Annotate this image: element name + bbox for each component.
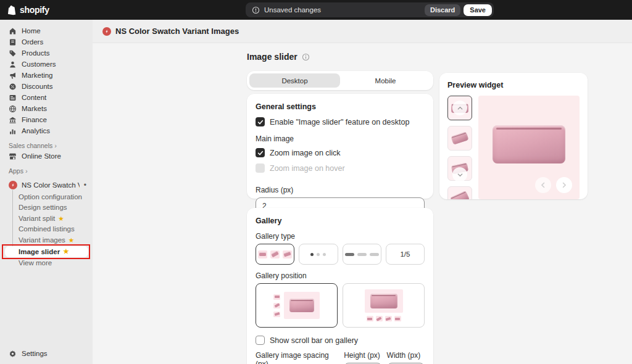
- save-button[interactable]: Save: [464, 4, 492, 16]
- sidebar-item-option-configuration[interactable]: Option configuration: [0, 191, 93, 202]
- gallery-size-fields: Gallery image spacing (px) Height (px) W…: [256, 351, 425, 364]
- unsaved-changes-bar: Unsaved changes Discard Save: [246, 2, 494, 17]
- sidebar-item-content[interactable]: Content: [0, 92, 93, 103]
- gallery-type-option-thumbnails[interactable]: [256, 244, 294, 265]
- gallery-position-label: Gallery position: [256, 271, 425, 280]
- topbar: shopify Unsaved changes Discard Save: [0, 0, 632, 20]
- preview-main-image: [478, 96, 580, 199]
- storefront-icon: [9, 152, 17, 160]
- preview-thumbnail-2[interactable]: [447, 126, 472, 151]
- discounts-icon: [9, 83, 17, 91]
- preview-next-button[interactable]: [556, 177, 572, 193]
- app-title: NS Color Swatch Variant Images: [115, 27, 239, 36]
- products-icon: [9, 49, 17, 57]
- chevron-left-icon: [539, 181, 547, 189]
- content-icon: [9, 94, 17, 102]
- gallery-heading: Gallery: [256, 217, 425, 225]
- sidebar-item-analytics[interactable]: Analytics: [0, 125, 93, 136]
- checkbox-unchecked-icon[interactable]: [256, 336, 265, 345]
- orders-icon: [9, 38, 17, 46]
- height-label: Height (px): [344, 351, 381, 360]
- unsaved-changes-label: Unsaved changes: [264, 6, 425, 14]
- finance-icon: [9, 116, 17, 124]
- sidebar-item-settings[interactable]: Settings: [0, 347, 48, 360]
- gallery-position-option-bottom[interactable]: [343, 283, 425, 328]
- gallery-type-option-dashes[interactable]: [343, 244, 381, 265]
- app-header: NS Color Swatch Variant Images: [93, 20, 632, 43]
- main-image-label: Main image: [256, 134, 425, 143]
- sidebar-item-finance[interactable]: Finance: [0, 114, 93, 125]
- chevron-up-icon: [457, 105, 464, 112]
- sidebar-item-design-settings[interactable]: Design settings: [0, 202, 93, 213]
- gallery-card: Gallery Gallery type 1/5 Gallery po: [247, 208, 433, 364]
- thumbnails-scroll-down-button[interactable]: [452, 167, 467, 182]
- marketing-icon: [9, 72, 17, 80]
- alert-icon: [252, 6, 260, 14]
- thumbnails-scroll-up-button[interactable]: [452, 101, 467, 115]
- sidebar-item-variant-images[interactable]: Variant images★: [0, 234, 93, 246]
- page-title: Image slider: [247, 52, 310, 62]
- sidebar-item-online-store[interactable]: Online Store: [0, 151, 93, 162]
- discard-button[interactable]: Discard: [425, 4, 460, 16]
- checkbox-checked-icon[interactable]: [256, 117, 265, 126]
- radius-label: Radius (px): [256, 186, 425, 194]
- tab-mobile[interactable]: Mobile: [340, 73, 431, 88]
- shopify-bag-icon: [7, 5, 17, 15]
- preview-thumbnail-4[interactable]: [447, 186, 472, 199]
- chevron-right-icon: ›: [54, 142, 57, 149]
- gallery-position-options: [256, 283, 425, 328]
- shopify-logo[interactable]: shopify: [7, 0, 49, 20]
- star-icon: ★: [69, 237, 74, 244]
- enable-slider-checkbox-row[interactable]: Enable "Image slider" feature on desktop: [256, 117, 425, 126]
- sidebar-item-view-more[interactable]: View more: [0, 258, 93, 269]
- gear-icon: [9, 350, 17, 358]
- sidebar-item-customers[interactable]: Customers: [0, 59, 93, 70]
- width-label: Width (px): [387, 351, 425, 360]
- ns-app-icon: [102, 27, 111, 36]
- chevron-down-icon: [457, 172, 464, 178]
- sidebar-item-ns-color-swatch-app[interactable]: NS Color Swatch Vari... •: [0, 179, 93, 191]
- analytics-icon: [9, 127, 17, 135]
- preview-thumbnails: [447, 96, 472, 199]
- product-pouch-image: [493, 125, 565, 163]
- show-scrollbar-checkbox-row[interactable]: Show scroll bar on gallery: [256, 336, 425, 345]
- gallery-type-option-fraction[interactable]: 1/5: [386, 244, 425, 265]
- sidebar: Home Orders Products Customers Marketing…: [0, 20, 93, 364]
- star-icon: ★: [58, 215, 64, 222]
- app-options-dot-icon[interactable]: •: [84, 181, 86, 189]
- gallery-type-label: Gallery type: [256, 232, 425, 241]
- gallery-type-option-dots[interactable]: [299, 244, 338, 265]
- sidebar-item-variant-split[interactable]: Variant split★: [0, 213, 93, 224]
- checkbox-checked-icon[interactable]: [256, 148, 265, 157]
- sidebar-item-home[interactable]: Home: [0, 25, 93, 36]
- sales-channels-section[interactable]: Sales channels›: [0, 141, 93, 151]
- sidebar-item-markets[interactable]: Markets: [0, 103, 93, 114]
- general-settings-card: General settings Enable "Image slider" f…: [247, 94, 433, 199]
- sidebar-item-marketing[interactable]: Marketing: [0, 70, 93, 81]
- chevron-right-icon: [560, 181, 568, 189]
- general-settings-heading: General settings: [256, 102, 425, 111]
- preview-widget-heading: Preview widget: [447, 81, 580, 89]
- apps-section[interactable]: Apps›: [0, 166, 93, 176]
- star-icon: ★: [63, 248, 69, 255]
- ns-app-icon: [9, 181, 17, 189]
- sidebar-item-orders[interactable]: Orders: [0, 36, 93, 48]
- zoom-hover-checkbox-row: Zoom image on hover: [256, 163, 425, 173]
- customers-icon: [9, 60, 17, 68]
- content-area: Image slider Desktop Mobile General sett…: [93, 43, 632, 364]
- tab-desktop[interactable]: Desktop: [249, 73, 340, 88]
- sidebar-item-discounts[interactable]: Discounts: [0, 81, 93, 92]
- gallery-type-options: 1/5: [256, 244, 425, 265]
- device-tabs: Desktop Mobile: [247, 71, 433, 90]
- info-icon[interactable]: [302, 53, 310, 61]
- main-area: NS Color Swatch Variant Images Image sli…: [93, 20, 632, 364]
- sidebar-item-image-slider[interactable]: Image slider★: [5, 246, 88, 257]
- sidebar-item-products[interactable]: Products: [0, 48, 93, 59]
- preview-widget-card: Preview widget: [439, 73, 588, 199]
- preview-prev-button[interactable]: [535, 177, 551, 193]
- gallery-position-option-left[interactable]: [256, 283, 338, 328]
- shopify-wordmark: shopify: [20, 5, 49, 15]
- markets-icon: [9, 105, 17, 113]
- zoom-click-checkbox-row[interactable]: Zoom image on click: [256, 148, 425, 157]
- sidebar-item-combined-listings[interactable]: Combined listings: [0, 224, 93, 235]
